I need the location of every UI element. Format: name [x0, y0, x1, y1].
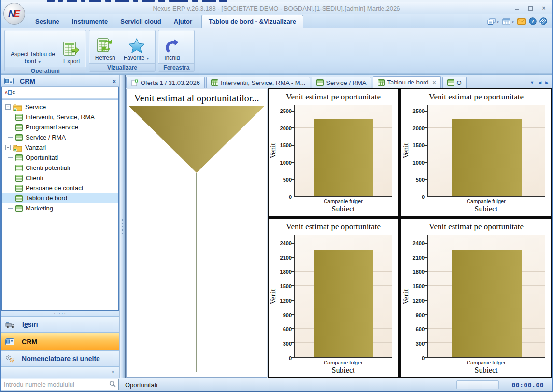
tree-item-interventii-service-rma[interactable]: Interventii, Service, RMA — [2, 112, 118, 122]
card-icon — [4, 78, 14, 84]
chart-plot-wrap: Venit030060090012001500180021002400 — [401, 233, 551, 358]
bar-chart-panel-bottom-right[interactable]: Venit estimat pe oportunitateVenit030060… — [401, 219, 551, 377]
tree-item-service-rma[interactable]: Service / RMA — [2, 132, 118, 142]
ribbon-button-favorite[interactable]: Favorite ▼ — [120, 32, 153, 63]
y-tick-mark — [424, 162, 428, 163]
menu-item-ajutor[interactable]: Ajutor — [168, 15, 199, 28]
sheet-export-icon — [63, 40, 80, 57]
attachments-button[interactable] — [539, 17, 547, 27]
bar-chart-panel-top-right[interactable]: Venit estimat pe oportunitateVenit050010… — [401, 89, 551, 216]
tree-item-clienti-potentiali[interactable]: Clienti potentiali — [2, 163, 118, 173]
menu-item-servicii-cloud[interactable]: Servicii cloud — [114, 15, 168, 28]
ribbon-tab-active[interactable]: Tablou de bord - &Vizualizare — [201, 15, 303, 28]
tree-item-tablou-de-bord[interactable]: Tablou de bord — [2, 193, 118, 203]
close-icon[interactable]: × — [540, 5, 547, 11]
scroll-tabs-left-icon[interactable]: ◀ — [538, 80, 541, 85]
funnel-chart-panel[interactable]: Venit estimat al oportunitatilor... — [126, 89, 267, 378]
sidebar-overflow-row[interactable]: ▼ — [1, 366, 119, 378]
bar-chart-panel-top-left[interactable]: Venit estimat pe oportunitateVenit050010… — [269, 89, 398, 216]
y-tick-mark — [424, 243, 428, 244]
funnel-chart-title: Venit estimat al oportunitatilor... — [127, 89, 267, 105]
tree-collapse-icon[interactable]: − — [5, 104, 11, 110]
y-tick-label: 2100 — [280, 255, 292, 261]
chevron-down-icon[interactable]: ▼ — [511, 21, 514, 24]
y-tick-mark — [291, 342, 295, 343]
menu-bar: SesiuneInstrumenteServicii cloudAjutor T… — [1, 14, 552, 28]
y-tick-label: 2400 — [280, 240, 292, 246]
y-tick-label: 1500 — [280, 142, 292, 148]
vertical-splitter[interactable] — [119, 75, 125, 378]
ribbon-button-export[interactable]: Export — [60, 32, 84, 66]
sidebar-header: CRM « — [1, 75, 119, 87]
bar[interactable] — [314, 250, 373, 357]
tree-collapse-icon[interactable]: − — [5, 145, 11, 150]
dashboard: Venit estimat al oportunitatilor... — [126, 88, 552, 378]
x-axis-label: Subiect — [427, 205, 545, 213]
document-tab-label: Tablou de bord — [387, 79, 429, 86]
tree-item-vanzari[interactable]: −Vanzari — [2, 142, 118, 153]
sidebar-section-crm[interactable]: CRM — [1, 332, 119, 350]
module-search-input[interactable] — [4, 381, 109, 388]
tree-item-label: Interventii, Service, RMA — [26, 113, 95, 121]
minimize-icon[interactable] — [513, 5, 520, 11]
y-tick-mark — [291, 196, 295, 196]
tree-item-oportunitati[interactable]: Oportunitati — [2, 153, 118, 163]
sidebar-section-nomenclatoare-si-unelte[interactable]: Nomenclatoare si unelte — [1, 350, 119, 366]
plot-area — [427, 235, 545, 358]
scroll-tabs-right-icon[interactable]: ▶ — [545, 80, 549, 85]
tree-item-persoane-de-contact[interactable]: Persoane de contact — [2, 183, 118, 193]
document-tab-o[interactable]: O — [442, 77, 467, 88]
folder-icon — [13, 144, 22, 152]
maximize-icon[interactable] — [527, 5, 534, 11]
sidebar-title: CRM — [20, 77, 109, 85]
help-icon: ? — [529, 17, 537, 27]
module-tree: −ServiceInterventii, Service, RMAProgram… — [2, 100, 118, 310]
application-window: NE Nexus ERP v.26.3.188 - [SOCIETATE DEM… — [0, 0, 553, 392]
chevron-down-icon[interactable]: ▼ — [496, 21, 499, 24]
window-list-button[interactable]: ▼ — [487, 18, 499, 27]
mail-button[interactable] — [517, 18, 526, 27]
help-button[interactable]: ? — [529, 17, 537, 27]
ribbon-button-refresh[interactable]: Refresh — [92, 32, 119, 63]
menu-item-instrumente[interactable]: Instrumente — [66, 15, 114, 28]
tree-item-label: Vanzari — [25, 144, 46, 151]
sidebar-splitter-grip[interactable]: ····· — [1, 311, 119, 316]
ribbon-button-inchid[interactable]: Inchid — [161, 32, 183, 63]
session-timer: 00:00.00 — [500, 378, 549, 391]
bar[interactable] — [452, 250, 522, 357]
collapse-sidebar-button[interactable]: « — [113, 77, 116, 84]
bar[interactable] — [314, 119, 373, 196]
sheet-icon — [15, 154, 23, 161]
tree-item-programari-service[interactable]: Programari service — [2, 122, 118, 132]
module-search-box[interactable] — [1, 379, 119, 390]
sidebar-tree-box: ABC −ServiceInterventii, Service, RMAPro… — [1, 87, 119, 311]
document-tab-oferta-1-31-03-2026[interactable]: Oferta 1 / 31.03.2026 — [126, 77, 205, 88]
sheet-icon — [378, 79, 385, 86]
tree-connector — [8, 132, 15, 142]
menu-items: SesiuneInstrumenteServicii cloudAjutor — [29, 15, 199, 28]
document-tab-interventii-service-rma-m-[interactable]: Interventii, Service, RMA - M... — [206, 77, 311, 88]
document-tab-service-rma[interactable]: Service / RMA — [312, 77, 371, 88]
document-tab-tablou-de-bord[interactable]: Tablou de bord× — [373, 76, 441, 88]
tree-connector — [8, 183, 15, 193]
bar-chart-panel-bottom-left[interactable]: Venit estimat pe oportunitateVenit030060… — [269, 219, 398, 377]
tree-item-clienti[interactable]: Clienti — [2, 173, 118, 183]
calendar-button[interactable]: ▼ — [502, 18, 514, 27]
menu-item-sesiune[interactable]: Sesiune — [29, 15, 66, 28]
y-axis-ticks: 05001000150020002500 — [277, 105, 294, 197]
y-tick-label: 600 — [283, 326, 292, 332]
chevron-down-icon[interactable]: ▼ — [111, 370, 115, 375]
bar[interactable] — [452, 119, 522, 196]
ribbon-button-aspect-tablou-de-bord[interactable]: Aspect Tablou de bord ▼ — [7, 32, 58, 66]
tree-connector — [8, 193, 15, 203]
alphabet-filter-row[interactable]: ABC — [2, 87, 118, 98]
tab-list-chevron-icon[interactable]: ▼ — [530, 80, 534, 85]
tree-item-label: Clienti potentiali — [26, 164, 70, 171]
tree-item-service[interactable]: −Service — [2, 102, 118, 112]
tree-item-marketing[interactable]: Marketing — [2, 203, 118, 213]
sidebar-section-iesiri[interactable]: Iesiri — [1, 316, 119, 332]
y-tick-label: 1500 — [280, 283, 292, 289]
x-tick-label: Campanie fulger — [294, 198, 392, 204]
y-tick-mark — [424, 111, 428, 112]
close-tab-icon[interactable]: × — [433, 79, 436, 86]
